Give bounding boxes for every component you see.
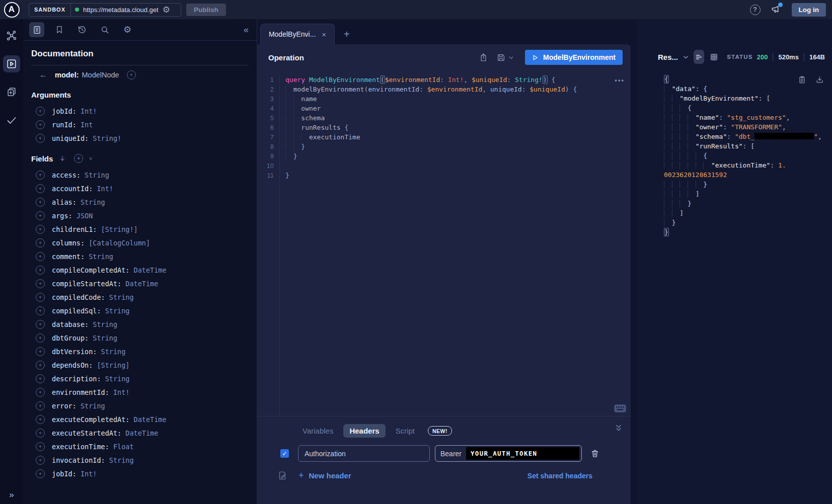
field-name[interactable]: uniqueId: <box>52 134 93 142</box>
operation-tab[interactable]: ModelByEnvi... × <box>260 24 335 44</box>
field-type[interactable]: [CatalogColumn] <box>89 239 150 247</box>
field-name[interactable]: compileCompletedAt: <box>52 266 134 274</box>
field-name[interactable]: description: <box>52 375 105 383</box>
add-field-to-query-icon[interactable]: + <box>36 198 45 207</box>
back-arrow-icon[interactable]: ← <box>39 70 47 79</box>
header-key-input[interactable] <box>298 445 430 462</box>
login-button[interactable]: Log in <box>792 3 826 17</box>
save-operation-group[interactable] <box>496 53 514 62</box>
new-tab-icon[interactable]: + <box>344 29 350 44</box>
sort-fields-icon[interactable] <box>59 155 66 162</box>
field-type[interactable]: Int! <box>97 185 113 193</box>
add-field-to-query-icon[interactable]: + <box>36 347 45 356</box>
explorer-settings-gear-icon[interactable]: ⚙ <box>120 22 135 37</box>
add-field-to-query-icon[interactable]: + <box>36 469 45 478</box>
field-type[interactable]: String <box>85 171 109 179</box>
field-name[interactable]: environmentId: <box>52 388 113 396</box>
add-model-icon[interactable]: + <box>127 70 136 79</box>
field-type[interactable]: JSON <box>77 212 93 220</box>
header-value-field[interactable]: Bearer YOUR_AUTH_TOKEN <box>435 445 582 462</box>
run-operation-button[interactable]: ModelByEnvironment <box>525 50 623 65</box>
field-name[interactable]: invocationId: <box>52 456 109 464</box>
field-name[interactable]: args: <box>52 212 77 220</box>
auth-token-value[interactable]: YOUR_AUTH_TOKEN <box>466 447 579 460</box>
add-field-to-query-icon[interactable]: + <box>36 293 45 302</box>
collections-nav-icon[interactable] <box>3 83 20 101</box>
set-shared-headers-link[interactable]: Set shared headers <box>527 472 592 480</box>
field-name[interactable]: executionTime: <box>52 443 113 451</box>
add-all-fields-icon[interactable]: + <box>74 154 83 163</box>
search-icon[interactable] <box>97 22 112 37</box>
field-name[interactable]: compileStartedAt: <box>52 280 125 288</box>
add-field-to-query-icon[interactable]: + <box>36 388 45 397</box>
share-operation-icon[interactable] <box>479 53 488 62</box>
apollo-logo[interactable]: A <box>0 2 23 18</box>
endpoint-url-field[interactable]: https://metadata.cloud.get ⚙ <box>71 4 181 16</box>
copy-response-icon[interactable] <box>798 75 806 85</box>
checklist-nav-icon[interactable] <box>3 112 20 129</box>
field-name[interactable]: columns: <box>52 239 89 247</box>
add-field-to-query-icon[interactable]: + <box>36 279 45 288</box>
field-name[interactable]: jobId: <box>52 107 81 115</box>
close-tab-icon[interactable]: × <box>322 30 326 39</box>
delete-header-icon[interactable] <box>590 449 599 458</box>
edit-headers-document-icon[interactable] <box>277 470 287 481</box>
raw-view-toggle-icon[interactable] <box>694 50 704 64</box>
field-type[interactable]: Int! <box>113 388 130 396</box>
collapse-panel-chevrons-icon[interactable] <box>615 424 623 433</box>
help-icon[interactable]: ? <box>750 5 761 15</box>
field-name[interactable]: dbtGroup: <box>52 334 93 342</box>
add-field-to-query-icon[interactable]: + <box>36 306 45 315</box>
add-field-to-query-icon[interactable]: + <box>36 252 45 261</box>
endpoint-url[interactable]: https://metadata.cloud.get <box>83 6 159 14</box>
field-name[interactable]: compiledCode: <box>52 293 109 301</box>
add-field-to-query-icon[interactable]: + <box>36 401 45 410</box>
field-name[interactable]: runId: <box>52 121 81 129</box>
field-name[interactable]: access: <box>52 171 85 179</box>
tab-variables[interactable]: Variables <box>296 424 339 438</box>
field-name[interactable]: error: <box>52 402 81 410</box>
add-field-to-query-icon[interactable]: + <box>36 374 45 383</box>
saved-operations-bookmark-icon[interactable] <box>52 22 67 37</box>
add-field-to-query-icon[interactable]: + <box>36 120 45 129</box>
download-response-icon[interactable] <box>815 75 824 85</box>
field-type[interactable]: String <box>93 334 117 342</box>
add-field-to-query-icon[interactable]: + <box>36 171 45 180</box>
expand-rail-icon[interactable]: » <box>0 490 23 500</box>
field-name[interactable]: database: <box>52 320 93 328</box>
field-name[interactable]: childrenL1: <box>52 225 101 233</box>
editor-code[interactable]: query ModelByEnvironment($environmentId:… <box>279 75 631 416</box>
field-type[interactable]: String <box>81 402 105 410</box>
collapse-docs-panel-icon[interactable]: « <box>244 25 249 35</box>
table-view-toggle-icon[interactable] <box>709 50 719 64</box>
explorer-nav-icon[interactable] <box>3 55 20 72</box>
field-type[interactable]: String <box>109 293 134 301</box>
field-type[interactable]: [String] <box>97 361 129 369</box>
field-type[interactable]: Int <box>81 121 93 129</box>
field-type[interactable]: DateTime <box>125 280 158 288</box>
field-type[interactable]: DateTime <box>125 429 158 437</box>
add-field-to-query-icon[interactable]: + <box>36 266 45 275</box>
field-name[interactable]: alias: <box>52 198 81 206</box>
response-dropdown-chevron-icon[interactable] <box>683 54 689 60</box>
field-name[interactable]: executeStartedAt: <box>52 429 125 437</box>
field-name[interactable]: accountId: <box>52 185 97 193</box>
schema-graph-icon[interactable] <box>3 27 20 44</box>
field-type[interactable]: Int! <box>81 107 97 115</box>
add-field-to-query-icon[interactable]: + <box>36 429 45 438</box>
field-type[interactable]: String <box>81 198 105 206</box>
editor-menu-ellipsis-icon[interactable]: ••• <box>615 76 625 84</box>
field-type[interactable]: String <box>101 348 126 356</box>
field-type[interactable]: [String!] <box>101 225 138 233</box>
field-type[interactable]: String <box>105 307 130 315</box>
add-field-to-query-icon[interactable]: + <box>36 415 45 424</box>
add-field-to-query-icon[interactable]: + <box>36 184 45 193</box>
add-field-to-query-icon[interactable]: + <box>36 333 45 343</box>
field-name[interactable]: executeCompletedAt: <box>52 415 134 424</box>
field-type[interactable]: DateTime <box>134 266 167 274</box>
add-field-to-query-icon[interactable]: + <box>36 225 45 234</box>
field-type[interactable]: String! <box>93 134 121 142</box>
field-type[interactable]: Int! <box>81 470 97 478</box>
field-name[interactable]: dependsOn: <box>52 361 97 369</box>
field-type[interactable]: String <box>89 253 113 261</box>
